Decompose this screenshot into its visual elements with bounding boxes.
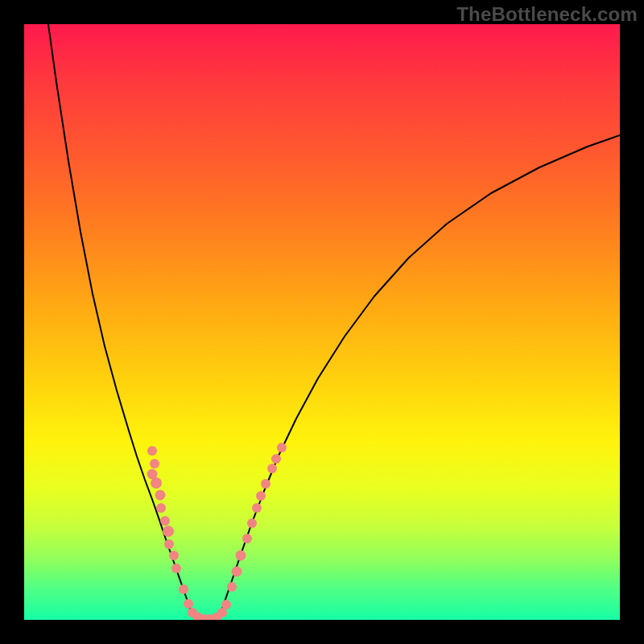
data-point xyxy=(252,503,262,513)
data-point xyxy=(151,477,162,489)
data-point xyxy=(271,454,281,464)
data-point xyxy=(179,584,188,594)
data-point xyxy=(242,534,252,543)
data-point xyxy=(184,599,193,609)
data-point xyxy=(169,551,179,560)
plot-area xyxy=(24,24,620,620)
data-point xyxy=(236,551,246,561)
bottleneck-curve xyxy=(48,24,620,619)
data-point xyxy=(155,490,166,501)
data-point xyxy=(232,567,242,577)
data-point xyxy=(163,526,174,537)
data-point xyxy=(247,518,257,528)
data-point xyxy=(277,443,287,452)
data-point xyxy=(150,459,159,469)
data-point xyxy=(164,539,174,549)
data-point xyxy=(227,582,237,592)
data-point xyxy=(156,503,166,513)
watermark-text: TheBottleneck.com xyxy=(456,3,638,26)
data-point xyxy=(147,446,157,456)
chart-container: TheBottleneck.com xyxy=(0,0,644,644)
data-point xyxy=(160,516,170,526)
data-point xyxy=(171,564,181,573)
chart-svg xyxy=(24,24,620,620)
data-point xyxy=(267,464,277,473)
data-point xyxy=(256,491,266,501)
data-point xyxy=(221,600,231,609)
data-point xyxy=(261,479,270,489)
